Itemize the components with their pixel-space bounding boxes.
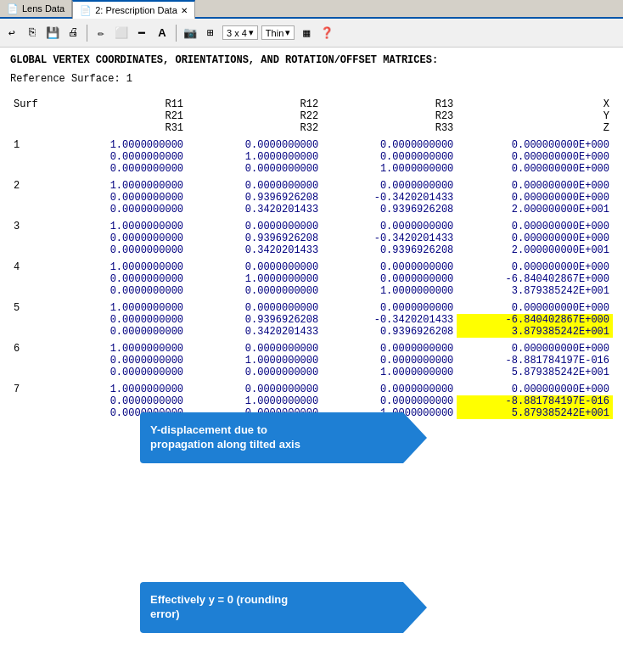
surf-6-row1-col1: 1.0000000000 [187,355,322,367]
surf-6-row0-col3: 0.000000000E+000 [457,338,613,355]
table-row: 0.00000000000.9396926208-0.34202014330.0… [10,232,613,244]
surf-1-row2-col0: 0.0000000000 [52,163,187,175]
th-z: Z [457,122,613,134]
surf-7-row1-col0: 0.0000000000 [52,395,187,407]
surf-5-row1-num [10,314,52,326]
surf-6-row2-num [10,367,52,378]
grid-size-dropdown[interactable]: 3 x 4 ▾ [222,25,258,40]
thin-dropdown[interactable]: Thin ▾ [261,25,295,40]
th-y: Y [457,110,613,122]
undo-button[interactable]: ↩ [3,25,20,42]
surf-5-row0-col0: 1.0000000000 [52,297,187,314]
header-text: GLOBAL VERTEX COORDINATES, ORIENTATIONS,… [10,54,613,66]
surf-4-row1-col3: -6.840402867E+000 [457,273,613,285]
grid-button[interactable]: ⊞ [202,25,219,42]
ref-surface: Reference Surface: 1 [10,73,613,85]
copy-button[interactable]: ⎘ [24,25,41,42]
surf-6-row0-col2: 0.0000000000 [322,338,457,355]
surf-5-row1-col3: -6.840402867E+000 [457,314,613,326]
surf-1-row0-col1: 0.0000000000 [187,134,322,151]
surf-2-row0-col1: 0.0000000000 [187,175,322,192]
surf-4-row0-num: 4 [10,256,52,273]
surf-4-row1-num [10,273,52,285]
tab-prescription-data[interactable]: 📄 2: Prescription Data ✕ [72,0,195,19]
table-row: 21.00000000000.00000000000.00000000000.0… [10,175,613,192]
camera-button[interactable]: 📷 [182,25,199,42]
surf-2-row1-col2: -0.3420201433 [322,192,457,204]
table-row: 0.00000000001.00000000000.0000000000-8.8… [10,355,613,367]
surf-1-row1-num [10,151,52,163]
surf-2-row2-col0: 0.0000000000 [52,204,187,216]
thin-label: Thin [266,28,283,38]
content-area: GLOBAL VERTEX COORDINATES, ORIENTATIONS,… [0,48,623,672]
surf-2-row1-col1: 0.9396926208 [187,192,322,204]
surf-3-row1-col3: 0.000000000E+000 [457,232,613,244]
separator2 [176,25,177,42]
view-button[interactable]: ▦ [298,25,315,42]
surf-3-row0-num: 3 [10,216,52,232]
surf-7-row0-col0: 1.0000000000 [52,378,187,395]
th-r12: R12 [187,98,322,110]
surf-2-row0-col0: 1.0000000000 [52,175,187,192]
surf-6-row2-col1: 0.0000000000 [187,367,322,378]
surf-7-row1-col1: 1.0000000000 [187,395,322,407]
surf-4-row2-num [10,285,52,297]
table-row: 0.00000000000.34202014330.93969262082.00… [10,244,613,256]
col-header-row1: Surf R11 R12 R13 X [10,98,613,110]
tab-lens-data[interactable]: 📄 Lens Data [0,0,72,17]
text-button[interactable]: A [154,25,171,42]
help-button[interactable]: ❓ [318,25,335,42]
surf-3-row2-col3: 2.000000000E+001 [457,244,613,256]
table-row: 0.00000000000.34202014330.93969262083.87… [10,326,613,338]
surf-3-row0-col1: 0.0000000000 [187,216,322,232]
surf-3-row1-num [10,232,52,244]
surf-6-row0-col1: 0.0000000000 [187,338,322,355]
print-button[interactable]: 🖨 [65,25,81,42]
surf-4-row0-col0: 1.0000000000 [52,256,187,273]
tab-bar: 📄 Lens Data 📄 2: Prescription Data ✕ [0,0,623,19]
surf-7-row0-num: 7 [10,378,52,395]
surf-6-row1-num [10,355,52,367]
th-empty2 [10,122,52,134]
rect-button[interactable]: ⬜ [113,25,130,42]
table-row: 0.00000000000.9396926208-0.34202014330.0… [10,192,613,204]
close-icon[interactable]: ✕ [181,6,188,15]
toolbar: ↩ ⎘ 💾 🖨 ✏️ ⬜ ━ A 📷 ⊞ 3 x 4 ▾ Thin ▾ ▦ ❓ [0,19,623,48]
col-header-row2: R21 R22 R23 Y [10,110,613,122]
surf-2-row2-col2: 0.9396926208 [322,204,457,216]
table-row: 41.00000000000.00000000000.00000000000.0… [10,256,613,273]
th-r11: R11 [52,98,187,110]
grid-size-label: 3 x 4 [227,28,247,38]
draw-button[interactable]: ✏️ [93,25,109,42]
surf-4-row1-col2: 0.0000000000 [322,273,457,285]
surf-6-row1-col2: 0.0000000000 [322,355,457,367]
save-button[interactable]: 💾 [44,25,61,42]
surf-4-row0-col1: 0.0000000000 [187,256,322,273]
surf-7-row0-col1: 0.0000000000 [187,378,322,395]
surf-1-row2-col2: 1.0000000000 [322,163,457,175]
surf-6-row1-col0: 0.0000000000 [52,355,187,367]
surf-5-row2-col3: 3.879385242E+001 [457,326,613,338]
surf-3-row0-col0: 1.0000000000 [52,216,187,232]
surf-1-row0-col0: 1.0000000000 [52,134,187,151]
surf-5-row1-col0: 0.0000000000 [52,314,187,326]
table-row: 71.00000000000.00000000000.00000000000.0… [10,378,613,395]
surf-1-row1-col1: 1.0000000000 [187,151,322,163]
surf-2-row0-num: 2 [10,175,52,192]
surf-5-row0-col1: 0.0000000000 [187,297,322,314]
th-r21: R21 [52,110,187,122]
surf-7-row2-num [10,407,52,419]
line-button[interactable]: ━ [133,25,150,42]
surf-1-row0-col3: 0.000000000E+000 [457,134,613,151]
th-r22: R22 [187,110,322,122]
table-row: 0.00000000000.9396926208-0.3420201433-6.… [10,314,613,326]
surf-4-row1-col0: 0.0000000000 [52,273,187,285]
callout1-arrow: Y-displacement due topropagation along t… [140,412,403,463]
table-row: 11.00000000000.00000000000.00000000000.0… [10,134,613,151]
surf-3-row1-col1: 0.9396926208 [187,232,322,244]
grid-size-chevron: ▾ [249,27,254,38]
surf-5-row1-col2: -0.3420201433 [322,314,457,326]
surf-2-row1-col0: 0.0000000000 [52,192,187,204]
surf-6-row2-col3: 5.879385242E+001 [457,367,613,378]
table-row: 61.00000000000.00000000000.00000000000.0… [10,338,613,355]
